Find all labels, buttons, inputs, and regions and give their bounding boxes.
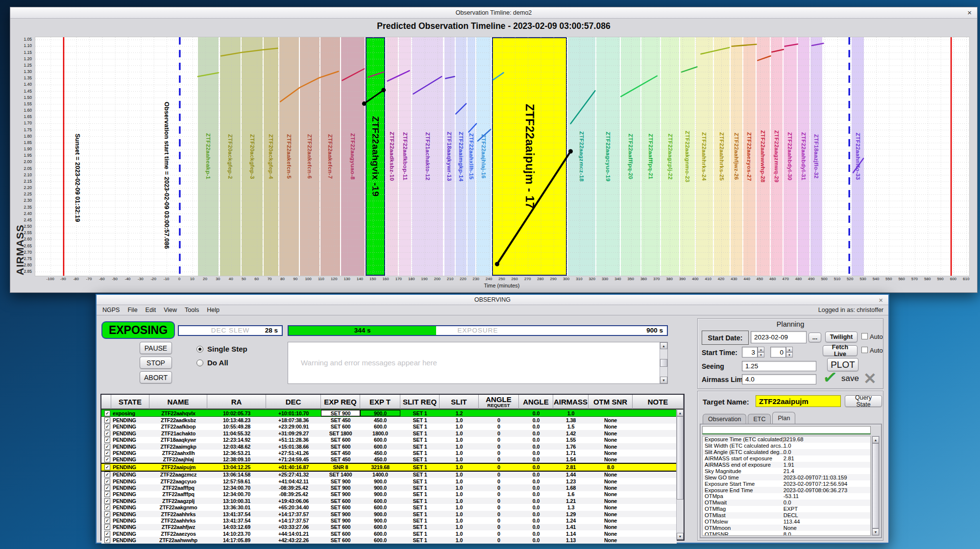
table-row[interactable]: ✓PENDINGZTF22aahhrks13:41:37.54+14:17:37… <box>101 511 677 517</box>
table-row[interactable]: ✓exposingZTF22aahqvlx10:02:05.73+10:01:1… <box>101 409 677 417</box>
chart-band[interactable]: ZTF22aahxllh-15 <box>467 37 475 276</box>
start-date-input[interactable]: 2023-02-09 <box>751 331 807 343</box>
stop-button[interactable]: STOP <box>140 357 172 369</box>
scroll-down-icon[interactable]: ▼ <box>677 533 684 540</box>
scroll-thumb[interactable] <box>872 443 879 528</box>
save-check-icon[interactable]: ✓ <box>821 366 839 389</box>
radio-single-step[interactable]: Single Step <box>196 345 247 353</box>
chart-band[interactable]: ZTF22aahnffo-33 <box>852 37 863 276</box>
table-row[interactable]: ✓PENDINGZTF22aaipujm13:04:12.25+01:40:16… <box>101 463 677 471</box>
target-name-input[interactable]: ZTF22aaipujm <box>756 395 841 407</box>
menu-item-help[interactable]: Help <box>203 307 223 313</box>
auto-fetch-checkbox[interactable] <box>861 347 868 353</box>
scroll-up-icon[interactable]: ▲ <box>677 409 684 416</box>
plan-scrollbar[interactable]: ▲ ▼ <box>872 436 880 536</box>
chart-band[interactable]: ZTF18aazjflo-32 <box>810 37 822 276</box>
chart-band[interactable]: ZTF22aaezyos-27 <box>743 37 755 276</box>
scroll-down-icon[interactable]: ▼ <box>660 377 667 383</box>
chart-band[interactable]: ZTF21achakto-12 <box>412 37 443 276</box>
menu-item-file[interactable]: File <box>123 307 141 313</box>
chart-band[interactable]: ZTF22aahbdyl-30 <box>784 37 797 276</box>
close-icon[interactable]: × <box>967 8 972 18</box>
airmass-limit-input[interactable]: 4.0 <box>742 374 816 384</box>
checkbox-icon[interactable]: ✓ <box>104 417 110 423</box>
seeing-input[interactable]: 1.25 <box>742 361 816 371</box>
chart-band[interactable]: ZTF22aagzmcz-18 <box>568 37 595 276</box>
table-row[interactable]: ✓PENDINGZTF22aakgnmo13:36:30.01+65:20:34… <box>101 504 677 510</box>
checkbox-icon[interactable]: ✓ <box>104 491 110 497</box>
table-header-cell[interactable]: DEC <box>266 395 321 409</box>
table-row[interactable]: ✓PENDINGZTF21achakto11:04:55.32+31:09:29… <box>101 430 677 436</box>
table-row[interactable]: ✓PENDINGZTF18aaqkywr12:23:14.92+51:11:28… <box>101 437 677 443</box>
table-header-cell[interactable]: EXP T <box>360 395 400 409</box>
hour-stepper[interactable]: 3 ▲▼ <box>742 347 764 358</box>
tab-observation[interactable]: Observation <box>703 414 746 424</box>
chart-band[interactable]: ZTF22aaipujm - 17 <box>492 37 567 276</box>
abort-button[interactable]: ABORT <box>140 371 172 383</box>
chart-band[interactable]: ZTF22aagcyuo-19 <box>596 37 620 276</box>
scroll-down-icon[interactable]: ▼ <box>872 528 879 535</box>
scroll-thumb[interactable] <box>660 359 667 367</box>
table-header-cell[interactable]: OTM SNR <box>588 395 633 409</box>
chart-band[interactable]: ZTF22aakgnmo-23 <box>680 37 695 276</box>
checkbox-icon[interactable]: ✓ <box>104 531 110 537</box>
chart-band[interactable]: ZTF22aahhrks-24 <box>696 37 713 276</box>
checkbox-icon[interactable]: ✓ <box>104 511 110 517</box>
spin-up-icon[interactable]: ▲ <box>786 347 793 352</box>
radio-do-all[interactable]: Do All <box>196 358 228 367</box>
table-header-cell[interactable]: SLIT REQ <box>400 395 440 409</box>
chart-band[interactable]: ZTF22aagyuao-8 <box>341 37 365 276</box>
menu-item-ngps[interactable]: NGPS <box>98 307 123 313</box>
table-header-cell[interactable]: EXP REQ <box>321 395 360 409</box>
chart-plot-area[interactable]: ZTF22aaheakp-1ZTF20ackgfep-2ZTF20ackgfep… <box>35 37 970 276</box>
table-row[interactable]: ✓PENDINGZTF22aahxllh12:36:53.21+27:51:41… <box>101 450 677 456</box>
message-scrollbar[interactable]: ▲ ▼ <box>660 342 667 383</box>
checkbox-icon[interactable]: ✓ <box>104 485 110 491</box>
chart-band[interactable]: ZTF22aagzplj-22 <box>661 37 680 276</box>
checkbox-icon[interactable]: ✓ <box>104 524 110 530</box>
checkbox-icon[interactable]: ✓ <box>104 450 110 456</box>
spin-down-icon[interactable]: ▼ <box>758 352 764 358</box>
chart-band[interactable]: ZTF22aafffpq-20 <box>621 37 640 276</box>
pause-button[interactable]: PAUSE <box>140 342 172 354</box>
table-header-cell[interactable]: ANGLE <box>519 395 553 409</box>
observing-titlebar[interactable]: OBSERVING × <box>97 295 888 305</box>
table-header-cell[interactable]: RA <box>207 395 266 409</box>
table-row[interactable]: ✓PENDINGZTF22aadksbz10:13:48.23+18:07:38… <box>101 417 677 423</box>
chart-band[interactable]: ZTF22aajhlaj-16 <box>476 37 491 276</box>
table-header-cell[interactable]: SLIT <box>440 395 479 409</box>
scroll-up-icon[interactable]: ▲ <box>872 436 879 443</box>
table-header-cell[interactable]: AIRMASS <box>553 395 588 409</box>
checkbox-icon[interactable]: ✓ <box>104 456 110 462</box>
table-row[interactable]: ✓PENDINGZTF22aagzplj13:10:00.31+19:43:06… <box>101 498 677 504</box>
tab-plan[interactable]: Plan <box>772 412 795 424</box>
table-row[interactable]: ✓PENDINGZTF22aagzmcz13:06:14.58+25:27:41… <box>101 472 677 478</box>
message-area[interactable]: Warning and error messages appear here ▲… <box>288 342 668 384</box>
fetch-live-button[interactable]: Fetch Live <box>823 345 858 356</box>
scroll-thumb[interactable] <box>677 416 684 500</box>
checkbox-icon[interactable]: ✓ <box>104 424 110 430</box>
checkbox-icon[interactable]: ✓ <box>104 437 110 443</box>
checkbox-icon[interactable]: ✓ <box>104 444 110 450</box>
table-row[interactable]: ✓PENDINGZTF22aagcyuo12:57:59.61+41:04:42… <box>101 478 677 484</box>
menu-item-view[interactable]: View <box>160 307 181 313</box>
checkbox-icon[interactable]: ✓ <box>104 537 110 543</box>
chart-band[interactable]: ZTF22aaheakp-1 <box>198 37 219 276</box>
chart-band[interactable]: ZTF22aahgvix -19 <box>366 37 385 276</box>
checkbox-icon[interactable]: ✓ <box>104 464 110 470</box>
timeline-titlebar[interactable]: Observation Timline: demo2 × <box>10 7 977 19</box>
table-header-cell[interactable]: NAME <box>149 395 207 409</box>
close-icon[interactable]: × <box>879 295 883 305</box>
checkbox-icon[interactable]: ✓ <box>104 472 110 477</box>
chart-band[interactable]: ZTF22aahwwhp-28 <box>757 37 770 276</box>
table-row[interactable]: ✓PENDINGZTF22aaimgkp12:03:48.62+15:01:38… <box>101 443 677 450</box>
chart-band[interactable]: ZTF22aadksbz-10 <box>386 37 398 276</box>
chart-band[interactable]: ZTF22aafffpq-21 <box>641 37 660 276</box>
chart-band[interactable]: ZTF20ackgfep-4 <box>264 37 278 276</box>
radio-icon[interactable] <box>196 359 203 366</box>
chart-band[interactable]: ZTF22aahhrks-25 <box>714 37 730 276</box>
twilight-button[interactable]: Twilight <box>825 332 858 342</box>
chart-band[interactable]: ZTF22aakefcn-6 <box>300 37 319 276</box>
checkbox-icon[interactable]: ✓ <box>104 498 110 504</box>
tab-etc[interactable]: ETC <box>748 414 771 424</box>
